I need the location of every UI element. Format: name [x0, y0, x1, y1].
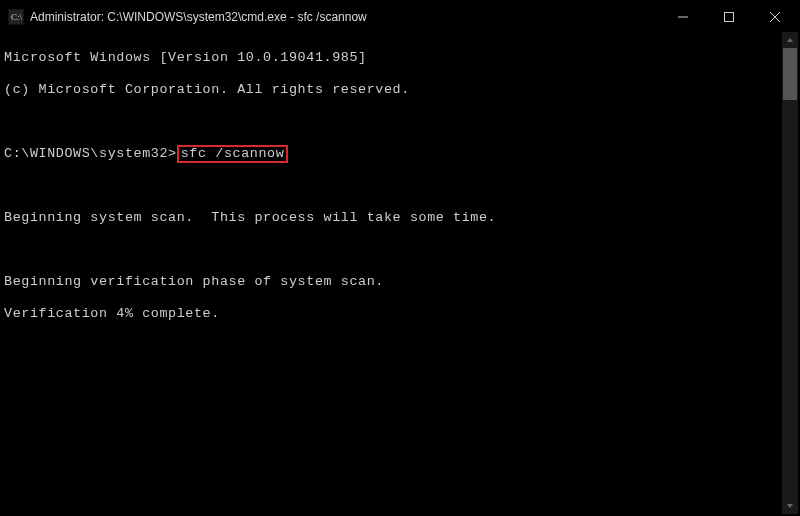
scroll-down-icon[interactable]	[782, 498, 798, 514]
output-line	[4, 242, 782, 258]
maximize-button[interactable]	[706, 2, 752, 32]
scroll-up-icon[interactable]	[782, 32, 798, 48]
output-line	[4, 114, 782, 130]
output-line: Verification 4% complete.	[4, 306, 782, 322]
prompt-line: C:\WINDOWS\system32>sfc /scannow	[4, 146, 782, 162]
terminal-area: Microsoft Windows [Version 10.0.19041.98…	[2, 32, 798, 514]
output-line: Microsoft Windows [Version 10.0.19041.98…	[4, 50, 782, 66]
output-line: Beginning verification phase of system s…	[4, 274, 782, 290]
svg-marker-7	[787, 38, 793, 42]
cmd-icon: C:\	[8, 9, 24, 25]
titlebar[interactable]: C:\ Administrator: C:\WINDOWS\system32\c…	[2, 2, 798, 32]
terminal-output[interactable]: Microsoft Windows [Version 10.0.19041.98…	[2, 32, 782, 514]
output-line: (c) Microsoft Corporation. All rights re…	[4, 82, 782, 98]
minimize-button[interactable]	[660, 2, 706, 32]
window-controls	[660, 2, 798, 32]
window-title: Administrator: C:\WINDOWS\system32\cmd.e…	[30, 10, 660, 24]
cmd-window: C:\ Administrator: C:\WINDOWS\system32\c…	[0, 0, 800, 516]
prompt-text: C:\WINDOWS\system32>	[4, 146, 177, 162]
close-button[interactable]	[752, 2, 798, 32]
command-highlight: sfc /scannow	[177, 145, 289, 163]
svg-rect-4	[725, 13, 734, 22]
output-line: Beginning system scan. This process will…	[4, 210, 782, 226]
vertical-scrollbar[interactable]	[782, 32, 798, 514]
svg-marker-8	[787, 504, 793, 508]
output-line	[4, 178, 782, 194]
scrollbar-thumb[interactable]	[783, 48, 797, 100]
svg-text:C:\: C:\	[11, 12, 23, 22]
